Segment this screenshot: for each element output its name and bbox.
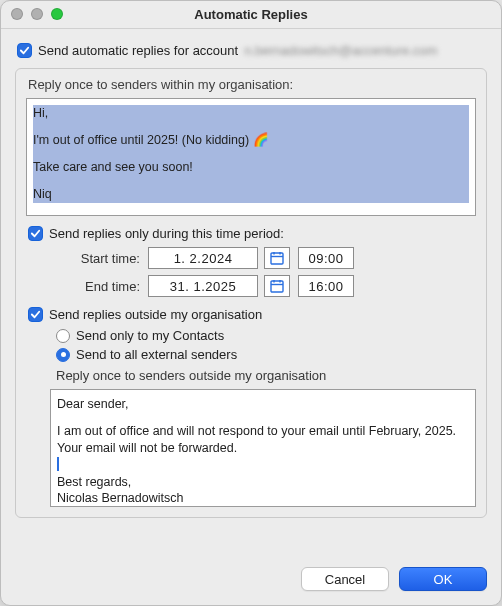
radio-all-label: Send to all external senders: [76, 347, 237, 362]
end-date-picker-button[interactable]: [264, 275, 290, 297]
radio-all-row: Send to all external senders: [56, 347, 476, 362]
end-time-label: End time:: [46, 279, 142, 294]
internal-line: Take care and see you soon!: [33, 159, 469, 176]
svg-rect-0: [271, 253, 283, 264]
time-grid: Start time: 1. 2.2024 09:00 End time: 31…: [46, 247, 476, 297]
external-reply-header: Reply once to senders outside my organis…: [56, 368, 476, 383]
external-line: Best regards,: [57, 474, 469, 491]
svg-rect-4: [271, 281, 283, 292]
enable-auto-replies-checkbox[interactable]: [17, 43, 32, 58]
internal-reply-textarea[interactable]: Hi, I'm out of office until 2025! (No ki…: [26, 98, 476, 216]
dialog-footer: Cancel OK: [1, 555, 501, 605]
settings-group: Reply once to senders within my organisa…: [15, 68, 487, 518]
text-caret: [57, 457, 469, 474]
end-time-input[interactable]: 16:00: [298, 275, 354, 297]
enable-auto-replies-label: Send automatic replies for account: [38, 43, 238, 58]
internal-line: Hi,: [33, 105, 469, 122]
enable-auto-replies-row: Send automatic replies for account n.ber…: [17, 43, 487, 58]
time-period-checkbox[interactable]: [28, 226, 43, 241]
time-period-label: Send replies only during this time perio…: [49, 226, 284, 241]
external-enable-row: Send replies outside my organisation: [28, 307, 476, 322]
external-line: Dear sender,: [57, 396, 469, 413]
external-enable-checkbox[interactable]: [28, 307, 43, 322]
start-date-input[interactable]: 1. 2.2024: [148, 247, 258, 269]
radio-contacts-label: Send only to my Contacts: [76, 328, 224, 343]
radio-contacts-row: Send only to my Contacts: [56, 328, 476, 343]
window-controls: [11, 8, 63, 20]
external-enable-label: Send replies outside my organisation: [49, 307, 262, 322]
close-window-button[interactable]: [11, 8, 23, 20]
calendar-icon: [269, 278, 285, 294]
external-reply-textarea[interactable]: Dear sender, I am out of office and will…: [50, 389, 476, 507]
start-time-label: Start time:: [46, 251, 142, 266]
ok-button[interactable]: OK: [399, 567, 487, 591]
check-icon: [19, 45, 30, 56]
internal-line: I'm out of office until 2025! (No kiddin…: [33, 132, 469, 149]
minimize-window-button[interactable]: [31, 8, 43, 20]
internal-reply-header: Reply once to senders within my organisa…: [28, 77, 476, 92]
account-email: n.bernadowitsch@accenture.com: [244, 43, 437, 58]
external-line: I am out of office and will not respond …: [57, 423, 469, 457]
check-icon: [30, 309, 41, 320]
content-area: Send automatic replies for account n.ber…: [1, 29, 501, 555]
start-time-input[interactable]: 09:00: [298, 247, 354, 269]
start-date-picker-button[interactable]: [264, 247, 290, 269]
end-date-input[interactable]: 31. 1.2025: [148, 275, 258, 297]
automatic-replies-window: Automatic Replies Send automatic replies…: [0, 0, 502, 606]
window-title: Automatic Replies: [194, 7, 307, 22]
calendar-icon: [269, 250, 285, 266]
external-line: Nicolas Bernadowitsch: [57, 490, 469, 507]
time-period-row: Send replies only during this time perio…: [28, 226, 476, 241]
radio-contacts-only[interactable]: [56, 329, 70, 343]
zoom-window-button[interactable]: [51, 8, 63, 20]
title-bar: Automatic Replies: [1, 1, 501, 29]
cancel-button[interactable]: Cancel: [301, 567, 389, 591]
internal-line: Niq: [33, 186, 469, 203]
radio-all-external[interactable]: [56, 348, 70, 362]
check-icon: [30, 228, 41, 239]
